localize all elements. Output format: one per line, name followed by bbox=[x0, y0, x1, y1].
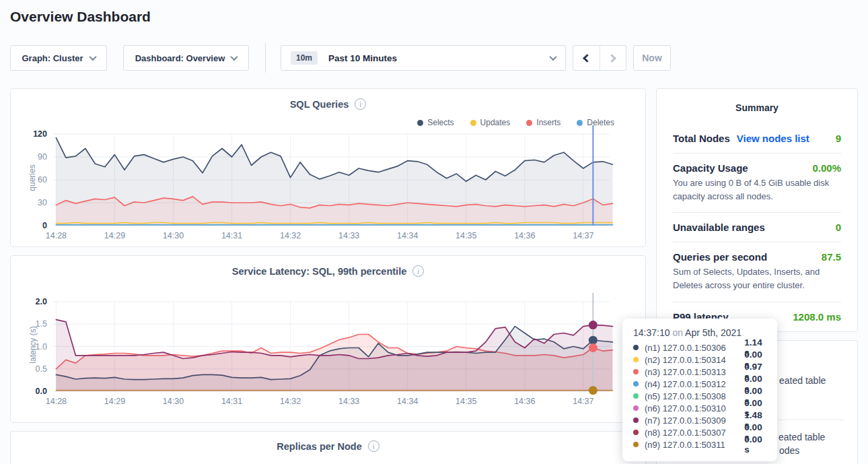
metric-total-nodes: Total Nodes View nodes list 9 bbox=[673, 124, 841, 153]
graph-scope-label: Graph: Cluster bbox=[22, 53, 83, 63]
time-range-label: Past 10 Minutes bbox=[328, 53, 397, 63]
svg-text:14:30: 14:30 bbox=[163, 397, 184, 406]
now-button[interactable]: Now bbox=[633, 45, 671, 71]
dashboard-dropdown[interactable]: Dashboard: Overview bbox=[123, 45, 249, 71]
svg-text:14:33: 14:33 bbox=[338, 231, 359, 240]
overview-dashboard-page: Overview Dashboard Graph: Cluster Dashbo… bbox=[0, 0, 868, 464]
toolbar-divider bbox=[265, 43, 266, 73]
time-range-dropdown[interactable]: 10m Past 10 Minutes bbox=[281, 45, 566, 71]
queries-per-second-value: 87.5 bbox=[822, 251, 841, 263]
svg-text:14:29: 14:29 bbox=[104, 231, 125, 240]
sql-queries-chart-panel: SQL Queries i Selects Updates Inserts De… bbox=[10, 88, 646, 247]
svg-text:60: 60 bbox=[38, 175, 47, 185]
summary-panel: Summary Total Nodes View nodes list 9 Ca… bbox=[656, 88, 858, 332]
page-title: Overview Dashboard bbox=[10, 9, 151, 25]
node-color-dot-icon bbox=[633, 369, 639, 374]
time-back-button[interactable] bbox=[573, 46, 600, 70]
node-color-dot-icon bbox=[633, 345, 639, 350]
info-icon[interactable]: i bbox=[368, 440, 379, 452]
capacity-usage-description: You are using 0 B of 4.5 GiB usable disk… bbox=[673, 176, 841, 203]
event-text-fragment: eated table bbox=[779, 375, 826, 386]
metric-queries-per-second: Queries per second 87.5 Sum of Selects, … bbox=[673, 242, 841, 301]
graph-scope-dropdown[interactable]: Graph: Cluster bbox=[10, 45, 107, 71]
svg-text:14:36: 14:36 bbox=[514, 397, 535, 406]
svg-text:14:35: 14:35 bbox=[456, 397, 476, 406]
node-color-dot-icon bbox=[633, 381, 639, 387]
svg-text:1.0: 1.0 bbox=[36, 342, 47, 352]
svg-text:14:37: 14:37 bbox=[573, 397, 593, 406]
node-color-dot-icon bbox=[633, 442, 639, 447]
chevron-down-icon bbox=[89, 53, 96, 61]
chevron-down-icon bbox=[231, 53, 238, 61]
sql-queries-chart[interactable]: 14:2814:2914:3014:3114:3214:3314:3414:35… bbox=[11, 89, 645, 246]
svg-text:120: 120 bbox=[33, 129, 47, 139]
dashboard-label: Dashboard: Overview bbox=[135, 53, 225, 63]
metric-unavailable-ranges: Unavailable ranges 0 bbox=[673, 212, 841, 242]
svg-text:14:37: 14:37 bbox=[573, 231, 593, 240]
replicas-per-node-chart-title: Replicas per Node bbox=[277, 441, 362, 452]
summary-heading: Summary bbox=[673, 102, 841, 113]
service-latency-chart[interactable]: 14:2814:2914:3014:3114:3214:3314:3414:35… bbox=[11, 256, 645, 422]
chevron-down-icon bbox=[549, 53, 556, 61]
svg-text:14:29: 14:29 bbox=[104, 397, 125, 406]
events-divider bbox=[778, 420, 844, 420]
node-color-dot-icon bbox=[633, 418, 639, 423]
svg-text:2.0: 2.0 bbox=[36, 297, 47, 306]
chevron-right-icon bbox=[608, 54, 616, 63]
svg-text:14:28: 14:28 bbox=[46, 397, 67, 406]
svg-text:30: 30 bbox=[38, 198, 47, 207]
svg-text:14:36: 14:36 bbox=[514, 231, 535, 240]
svg-text:1.5: 1.5 bbox=[36, 319, 47, 329]
svg-text:14:28: 14:28 bbox=[46, 231, 67, 240]
total-nodes-value: 9 bbox=[836, 133, 841, 144]
chart-hover-tooltip: 14:37:10 on Apr 5th, 2021 (n1) 127.0.0.1… bbox=[622, 319, 777, 461]
view-nodes-list-link[interactable]: View nodes list bbox=[737, 133, 809, 144]
node-color-dot-icon bbox=[633, 357, 639, 362]
svg-text:14:33: 14:33 bbox=[338, 397, 359, 406]
node-color-dot-icon bbox=[633, 430, 639, 435]
capacity-usage-value: 0.00% bbox=[812, 162, 841, 174]
svg-text:0.0: 0.0 bbox=[36, 387, 47, 396]
svg-text:14:30: 14:30 bbox=[163, 231, 184, 240]
node-color-dot-icon bbox=[633, 393, 639, 399]
tooltip-row: (n9) 127.0.0.1:50311 0.00 s bbox=[633, 438, 769, 451]
svg-text:90: 90 bbox=[38, 152, 47, 162]
queries-per-second-description: Sum of Selects, Updates, Inserts, and De… bbox=[673, 265, 841, 292]
replicas-per-node-chart-panel: Replicas per Node i bbox=[10, 431, 646, 464]
event-text-fragment: eated table bbox=[779, 432, 825, 442]
svg-text:14:34: 14:34 bbox=[397, 231, 418, 240]
svg-text:14:31: 14:31 bbox=[221, 231, 242, 240]
chevron-left-icon bbox=[583, 54, 591, 63]
svg-text:14:34: 14:34 bbox=[397, 397, 418, 406]
svg-text:0: 0 bbox=[42, 221, 47, 230]
svg-text:14:32: 14:32 bbox=[280, 397, 301, 406]
time-forward-button[interactable] bbox=[600, 46, 626, 70]
p99-latency-value: 1208.0 ms bbox=[793, 311, 841, 323]
svg-text:14:35: 14:35 bbox=[456, 231, 476, 240]
unavailable-ranges-value: 0 bbox=[836, 222, 841, 233]
svg-text:0.5: 0.5 bbox=[36, 364, 47, 374]
service-latency-chart-panel: Service Latency: SQL, 99th percentile i … bbox=[10, 255, 646, 423]
event-text-fragment: odes bbox=[779, 445, 799, 456]
metric-capacity-usage: Capacity Usage 0.00% You are using 0 B o… bbox=[673, 153, 841, 212]
svg-text:14:32: 14:32 bbox=[280, 231, 301, 240]
svg-text:14:31: 14:31 bbox=[221, 397, 242, 406]
time-range-badge: 10m bbox=[291, 51, 318, 65]
time-step-buttons bbox=[573, 45, 626, 71]
tooltip-timestamp: 14:37:10 on Apr 5th, 2021 bbox=[633, 327, 769, 338]
node-color-dot-icon bbox=[633, 405, 639, 411]
